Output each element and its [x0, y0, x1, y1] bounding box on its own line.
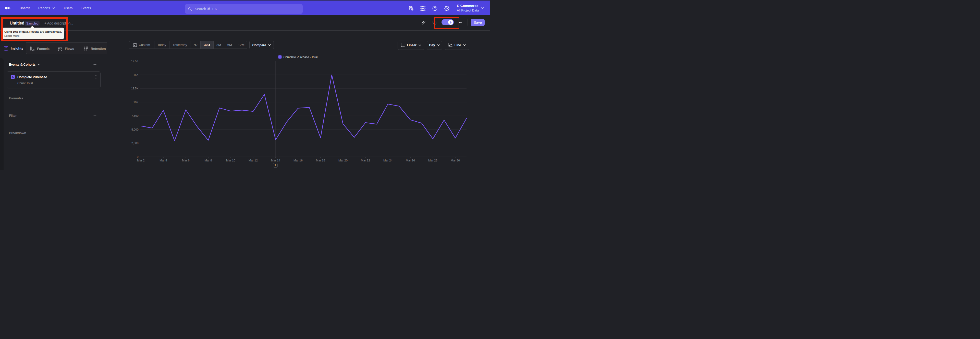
chart-y-tick-label: 2,500 [131, 142, 138, 145]
sampling-toggle[interactable] [442, 19, 454, 25]
chart-x-tick-label: Mar 6 [182, 159, 189, 162]
sampled-badge[interactable]: Sampled [25, 21, 40, 26]
chart-x-tick-label: Mar 12 [248, 159, 258, 162]
header-divider [468, 19, 468, 26]
tab-insights[interactable]: Insights [0, 42, 26, 54]
event-card[interactable]: A Complete Purchase Count Total [6, 71, 100, 88]
events-cohorts-heading[interactable]: Events & Cohorts [9, 62, 40, 67]
tab-label: Funnels [37, 47, 49, 51]
search-input[interactable]: Search ⌘ + K [185, 4, 303, 14]
tooltip-message: Using 10% of data. Results are approxima… [4, 30, 64, 33]
chart-legend-label[interactable]: Complete Purchase - Total [283, 56, 318, 59]
add-event-button[interactable] [94, 63, 97, 66]
formulas-label: Formulas [9, 96, 23, 100]
chart-line-series[interactable] [141, 75, 466, 141]
filter-heading: Filter [9, 114, 17, 118]
sampling-tooltip: Using 10% of data. Results are approxima… [2, 27, 64, 39]
formulas-heading: Formulas [9, 96, 23, 101]
chart-panel: Custom Today Yesterday 7D 30D 3M 6M 12M … [107, 31, 490, 170]
top-nav: Boards Reports Users Events Search ⌘ + K [0, 0, 490, 15]
chart-y-tick-label: 15K [134, 73, 138, 77]
search-icon [188, 7, 192, 11]
chart-y-tick-label: 5,000 [131, 128, 138, 131]
nav-item-events[interactable]: Events [81, 0, 91, 15]
add-description-button[interactable]: + Add description... [45, 21, 73, 25]
search-placeholder: Search ⌘ + K [195, 7, 217, 11]
help-icon[interactable] [432, 6, 438, 11]
event-series-badge: A [11, 75, 15, 79]
chart-x-tick-label: Mar 30 [451, 159, 460, 162]
lightning-bolt-icon [449, 21, 452, 24]
event-count-type[interactable]: Count Total [18, 82, 33, 85]
project-name: E-Commerce [457, 4, 479, 8]
flows-icon [58, 46, 62, 51]
nav-item-users[interactable]: Users [64, 0, 73, 15]
chart-x-tick-label: Mar 8 [204, 159, 212, 162]
chevron-down-icon [38, 64, 40, 65]
apps-grid-icon[interactable] [420, 6, 425, 11]
nav-item-reports[interactable]: Reports [38, 0, 50, 15]
chart-legend-swatch[interactable] [278, 56, 282, 59]
tab-label: Flows [65, 47, 74, 51]
report-header: Untitled Sampled + Add description... Sa… [0, 15, 490, 30]
collapsed-rail [0, 58, 3, 170]
chart-x-tick-label: Mar 28 [428, 159, 438, 162]
chevron-down-icon [52, 7, 55, 9]
chart-x-tick-label: Mar 22 [361, 159, 370, 162]
nav-item-boards[interactable]: Boards [20, 0, 30, 15]
tab-retention[interactable]: Retention [79, 43, 108, 54]
chevron-down-icon [481, 7, 484, 9]
pagination-page-1[interactable]: 1 [273, 163, 278, 168]
breakdown-heading: Breakdown [9, 131, 26, 135]
events-cohorts-label: Events & Cohorts [9, 62, 35, 66]
insights-icon [4, 46, 8, 51]
project-scope: All Project Data [457, 9, 479, 12]
chart-x-tick-label: Mar 16 [293, 159, 303, 162]
more-options-button[interactable] [459, 22, 462, 23]
mixpanel-logo-icon[interactable] [3, 0, 12, 15]
share-link-icon[interactable] [422, 21, 425, 24]
chart-y-tick-label: 17.5K [131, 59, 138, 62]
add-breakdown-button[interactable] [94, 131, 97, 134]
funnels-icon [30, 46, 35, 51]
project-switcher[interactable]: E-Commerce All Project Data [457, 4, 479, 12]
chart-x-tick-label: Mar 10 [226, 159, 235, 162]
breakdown-label: Breakdown [9, 131, 26, 135]
query-sidebar: Insights Funnels [0, 31, 107, 170]
retention-icon [84, 46, 89, 51]
inactive-tabs-group: Funnels Flows [26, 42, 107, 54]
chart-x-tick-label: Mar 2 [137, 159, 145, 162]
tab-label: Retention [91, 47, 106, 51]
chart-x-tick-label: Mar 26 [406, 159, 415, 162]
chart-x-tick-label: Mar 18 [316, 159, 325, 162]
chart-y-tick-label: 10K [134, 101, 138, 104]
learn-more-link[interactable]: Learn More [4, 34, 19, 37]
add-formula-button[interactable] [94, 97, 97, 100]
chart-x-tick-label: Mar 20 [339, 159, 348, 162]
add-filter-button[interactable] [94, 114, 97, 117]
report-title[interactable]: Untitled [10, 21, 24, 26]
chart-x-tick-label: Mar 14 [271, 159, 280, 162]
toggle-knob [448, 20, 453, 25]
chart-y-tick-label: 12.5K [131, 87, 138, 90]
tab-funnels[interactable]: Funnels [26, 43, 52, 54]
chart-x-tick-label: Mar 4 [159, 159, 167, 162]
settings-gear-icon[interactable] [444, 6, 449, 11]
tab-flows[interactable]: Flows [52, 43, 79, 54]
save-button[interactable]: Save [471, 19, 485, 27]
duplicate-icon[interactable] [433, 21, 436, 24]
chart-y-tick-label: 0 [137, 155, 138, 158]
tab-label: Insights [11, 46, 23, 50]
data-management-icon[interactable] [409, 6, 414, 11]
kebab-menu-icon[interactable] [94, 75, 98, 79]
line-chart[interactable]: 17.5K15K12.5K10K7,5005,0002,5000Mar 2Mar… [107, 31, 490, 170]
filter-label: Filter [9, 114, 17, 118]
event-name: Complete Purchase [18, 75, 47, 79]
chart-y-tick-label: 7,500 [131, 114, 138, 117]
report-tabs: Insights Funnels [0, 42, 107, 54]
chart-x-tick-label: Mar 24 [383, 159, 393, 162]
